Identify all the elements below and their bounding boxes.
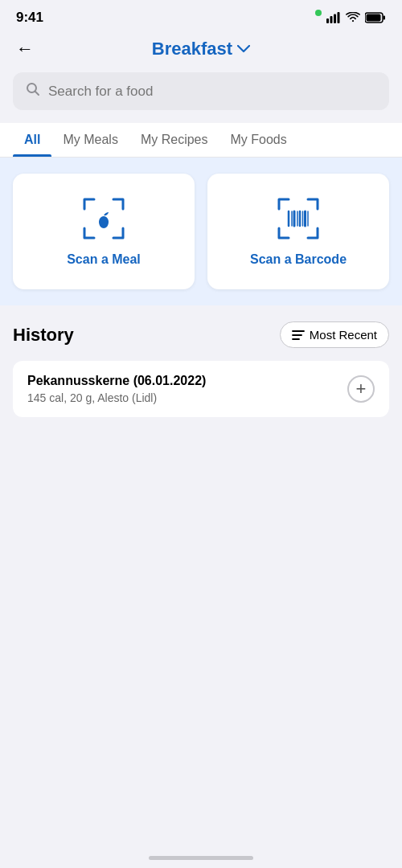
svg-rect-6 bbox=[367, 14, 381, 22]
scan-barcode-label: Scan a Barcode bbox=[250, 252, 347, 267]
signal-icon bbox=[326, 12, 341, 23]
scan-meal-card[interactable]: Scan a Meal bbox=[13, 174, 195, 289]
sort-label: Most Recent bbox=[310, 328, 377, 342]
nav-title: Breakfast bbox=[152, 39, 250, 59]
back-button[interactable]: ← bbox=[16, 39, 34, 59]
svg-rect-0 bbox=[326, 18, 329, 23]
status-time: 9:41 bbox=[16, 10, 43, 26]
search-icon bbox=[26, 82, 40, 100]
history-item: Pekannusskerne (06.01.2022) 145 cal, 20 … bbox=[13, 361, 389, 417]
history-header: History Most Recent bbox=[13, 321, 389, 348]
status-bar: 9:41 bbox=[0, 0, 402, 31]
meal-type-dropdown-icon[interactable] bbox=[237, 42, 250, 56]
tabs-container: All My Meals My Recipes My Foods bbox=[0, 123, 402, 158]
sort-button[interactable]: Most Recent bbox=[280, 321, 389, 348]
history-title: History bbox=[13, 325, 74, 346]
svg-rect-2 bbox=[334, 14, 336, 24]
meal-scan-icon bbox=[81, 196, 126, 241]
tab-my-foods[interactable]: My Foods bbox=[219, 123, 297, 157]
add-food-button[interactable]: + bbox=[347, 375, 375, 403]
status-dot bbox=[315, 10, 322, 16]
search-bar bbox=[13, 72, 389, 110]
battery-icon bbox=[365, 12, 386, 23]
scan-barcode-card[interactable]: Scan a Barcode bbox=[207, 174, 389, 289]
history-item-name: Pekannusskerne (06.01.2022) bbox=[27, 374, 206, 388]
search-input[interactable] bbox=[48, 84, 376, 100]
history-section: History Most Recent Pekannusskerne (06.0… bbox=[0, 305, 402, 417]
sort-icon bbox=[292, 330, 305, 341]
svg-rect-5 bbox=[384, 16, 386, 20]
history-item-details: 145 cal, 20 g, Alesto (Lidl) bbox=[27, 391, 206, 404]
nav-header: ← Breakfast bbox=[0, 31, 402, 72]
tab-all[interactable]: All bbox=[13, 123, 51, 157]
scan-meal-label: Scan a Meal bbox=[67, 252, 141, 267]
barcode-scan-icon bbox=[276, 196, 321, 241]
wifi-icon bbox=[346, 12, 360, 23]
svg-rect-1 bbox=[330, 16, 333, 23]
history-item-info: Pekannusskerne (06.01.2022) 145 cal, 20 … bbox=[27, 374, 206, 404]
svg-line-8 bbox=[35, 92, 39, 96]
tab-my-meals[interactable]: My Meals bbox=[51, 123, 129, 157]
scan-section: Scan a Meal Scan a Barcode bbox=[0, 158, 402, 305]
home-indicator bbox=[149, 856, 253, 860]
search-container bbox=[0, 72, 402, 123]
svg-rect-3 bbox=[338, 12, 340, 23]
header-title: Breakfast bbox=[152, 39, 232, 59]
tab-my-recipes[interactable]: My Recipes bbox=[129, 123, 219, 157]
status-icons bbox=[315, 10, 386, 26]
